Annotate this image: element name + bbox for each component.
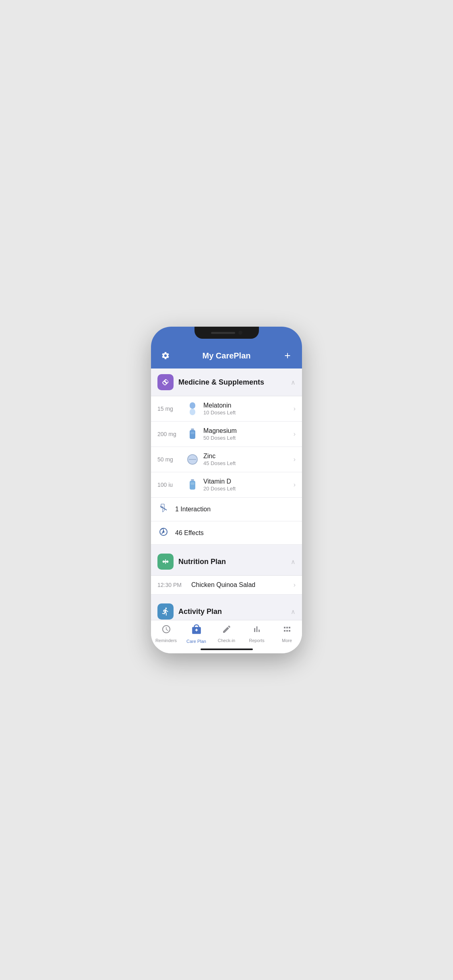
melatonin-info: Melatonin 10 Doses Left [203,402,289,416]
zinc-item[interactable]: 50 mg Zinc 45 Doses Left › [151,447,302,472]
svg-rect-0 [190,402,195,409]
careplan-nav-icon [191,624,202,637]
nutrition-item-0-chevron: › [294,581,296,589]
zinc-dose: 50 mg [157,456,182,463]
home-indicator [201,649,253,650]
melatonin-sub: 10 Doses Left [203,410,289,416]
effects-label: 46 Effects [175,529,204,537]
notch-dot [238,331,242,335]
medicine-section-header[interactable]: Medicine & Supplements ∧ [151,369,302,396]
melatonin-icon [186,403,199,415]
header: My CarePlan [151,344,302,369]
svg-rect-7 [191,479,194,481]
section-divider-2 [151,595,302,598]
magnesium-sub: 50 Doses Left [203,435,289,441]
nutrition-section-title: Nutrition Plan [178,558,286,566]
zinc-icon [186,453,199,465]
nav-item-reports[interactable]: Reports [244,624,270,643]
checkin-nav-icon [222,624,232,636]
notch [194,327,259,339]
medicine-chevron-icon: ∧ [291,379,296,386]
activity-section-title: Activity Plan [178,607,286,616]
section-divider-1 [151,545,302,548]
medicine-section-icon [157,374,174,390]
svg-rect-1 [190,409,195,415]
svg-rect-2 [191,428,194,430]
zinc-chevron-icon: › [294,456,296,463]
reminders-nav-label: Reminders [155,638,177,643]
melatonin-name: Melatonin [203,402,289,409]
add-button[interactable] [281,349,294,362]
interaction-row[interactable]: 1 Interaction [151,498,302,521]
main-content: Medicine & Supplements ∧ 15 mg Melatonin… [151,369,302,622]
magnesium-dose: 200 mg [157,431,182,437]
effects-icon [157,527,170,539]
vitamind-info: Vitamin D 20 Doses Left [203,478,289,492]
svg-rect-9 [190,482,194,485]
settings-icon[interactable] [159,349,172,362]
svg-rect-4 [190,432,194,434]
magnesium-chevron-icon: › [294,430,296,438]
svg-point-12 [163,531,164,533]
vitamind-icon [186,479,199,491]
interaction-icon [157,503,170,515]
reminders-nav-icon [161,624,171,636]
activity-section-icon [157,603,174,620]
vitamind-item[interactable]: 100 iu Vitamin D 20 Doses Left › [151,472,302,498]
header-title: My CarePlan [202,351,250,360]
nutrition-item-0-name: Chicken Quinoa Salad [191,581,289,589]
vitamind-name: Vitamin D [203,478,289,485]
magnesium-icon [186,428,199,440]
magnesium-info: Magnesium 50 Doses Left [203,427,289,441]
nav-item-more[interactable]: More [274,624,300,643]
effects-row[interactable]: 46 Effects [151,521,302,545]
interaction-label: 1 Interaction [175,506,211,513]
melatonin-chevron-icon: › [294,405,296,412]
notch-bar [211,332,235,334]
svg-rect-3 [190,430,195,439]
vitamind-chevron-icon: › [294,481,296,488]
vitamind-dose: 100 iu [157,482,182,488]
melatonin-dose: 15 mg [157,406,182,412]
magnesium-item[interactable]: 200 mg Magnesium 50 Doses Left › [151,422,302,447]
more-nav-label: More [282,638,292,643]
careplan-nav-label: Care Plan [186,639,206,644]
svg-rect-8 [190,481,195,490]
activity-chevron-icon: ∧ [291,608,296,616]
nutrition-item-0-time: 12:30 PM [157,582,186,588]
melatonin-item[interactable]: 15 mg Melatonin 10 Doses Left › [151,396,302,422]
phone-frame: My CarePlan Medicine & Supplements ∧ 15 … [151,327,302,653]
nutrition-item-0[interactable]: 12:30 PM Chicken Quinoa Salad › [151,576,302,595]
nutrition-chevron-icon: ∧ [291,558,296,566]
checkin-nav-label: Check-in [218,638,235,643]
medicine-section-title: Medicine & Supplements [178,378,286,387]
zinc-info: Zinc 45 Doses Left [203,453,289,466]
more-nav-icon [282,624,292,636]
activity-section-header[interactable]: Activity Plan ∧ [151,598,302,622]
nutrition-section-header[interactable]: Nutrition Plan ∧ [151,548,302,576]
status-bar [151,327,302,344]
reports-nav-icon [252,624,262,636]
reports-nav-label: Reports [249,638,265,643]
zinc-name: Zinc [203,453,289,460]
nutrition-section-icon [157,554,174,570]
nav-item-reminders[interactable]: Reminders [153,624,179,643]
nav-item-checkin[interactable]: Check-in [213,624,240,643]
magnesium-name: Magnesium [203,427,289,434]
vitamind-sub: 20 Doses Left [203,486,289,492]
zinc-sub: 45 Doses Left [203,460,289,466]
nav-item-careplan[interactable]: Care Plan [183,624,209,644]
